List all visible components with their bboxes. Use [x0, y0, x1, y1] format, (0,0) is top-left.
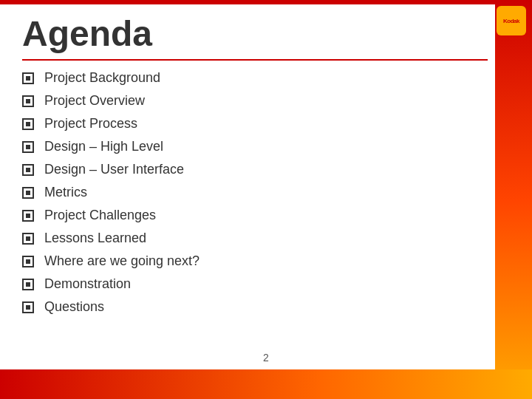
agenda-item-label: Project Challenges	[44, 208, 156, 223]
bullet-icon	[22, 279, 34, 290]
agenda-item-label: Lessons Learned	[44, 231, 146, 246]
bullet-icon	[22, 256, 34, 267]
kodak-logo-text: Kodak	[503, 18, 519, 24]
agenda-item-label: Project Process	[44, 116, 137, 132]
agenda-item: Design – High Level	[22, 135, 480, 158]
agenda-item-label: Where are we going next?	[44, 253, 200, 269]
title-divider	[22, 59, 488, 61]
slide-title: Agenda	[22, 13, 152, 54]
agenda-item-label: Metrics	[44, 185, 87, 200]
bullet-icon	[22, 141, 34, 153]
bullet-icon	[22, 233, 34, 245]
agenda-list: Project Background Project Overview Proj…	[22, 66, 480, 318]
page-number: 2	[263, 352, 269, 364]
agenda-item-label: Project Overview	[44, 93, 145, 109]
agenda-item: Project Challenges	[22, 204, 480, 227]
agenda-item-label: Design – High Level	[44, 139, 163, 154]
agenda-item: Metrics	[22, 181, 480, 204]
bullet-icon	[22, 187, 34, 199]
agenda-item: Questions	[22, 296, 480, 318]
agenda-item: Project Process	[22, 112, 480, 135]
agenda-item: Project Background	[22, 66, 480, 89]
agenda-item: Lessons Learned	[22, 227, 480, 250]
right-column-decoration	[495, 0, 532, 399]
bullet-icon	[22, 95, 34, 107]
agenda-item-label: Questions	[44, 299, 104, 315]
top-bar	[0, 0, 532, 4]
agenda-item-label: Project Background	[44, 70, 160, 86]
agenda-item-label: Demonstration	[44, 276, 131, 292]
agenda-item: Project Overview	[22, 89, 480, 112]
agenda-item-label: Design – User Interface	[44, 162, 184, 177]
agenda-item: Design – User Interface	[22, 158, 480, 181]
bullet-icon	[22, 72, 34, 84]
agenda-item: Demonstration	[22, 273, 480, 296]
slide: Kodak Agenda Project Background Project …	[0, 0, 532, 399]
bottom-decoration	[0, 369, 532, 399]
agenda-item: Where are we going next?	[22, 250, 480, 273]
bullet-icon	[22, 118, 34, 130]
bullet-icon	[22, 210, 34, 222]
bullet-icon	[22, 301, 34, 313]
bullet-icon	[22, 164, 34, 176]
kodak-logo: Kodak	[497, 6, 526, 35]
